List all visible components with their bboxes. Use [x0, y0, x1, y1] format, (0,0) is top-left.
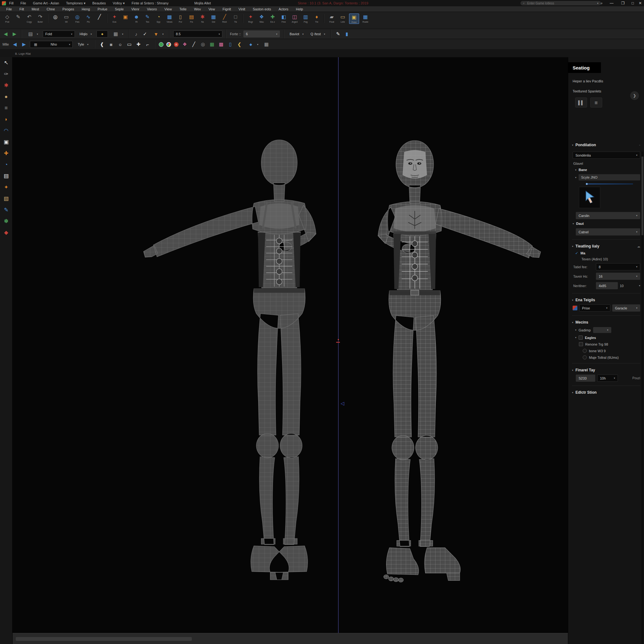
hammer-tool-icon[interactable]: ✚ — [4, 150, 8, 157]
roate-icon[interactable]: ▦Roate — [361, 14, 370, 23]
minimize-button[interactable]: — — [607, 0, 616, 6]
gadimp-row[interactable]: ▾Gadimp ▾ — [575, 327, 640, 333]
fold-dropdown[interactable]: Fold▾ — [43, 31, 75, 37]
radio-button[interactable] — [583, 355, 587, 359]
brush-tool-icon[interactable]: ◠ — [4, 128, 8, 134]
half-icon[interactable]: ◧Fine — [279, 14, 288, 23]
slider-handle[interactable] — [586, 183, 588, 185]
menu-view[interactable]: View — [161, 7, 176, 11]
list-dropdown[interactable]: ▦▾ — [110, 31, 125, 37]
menu-item[interactable]: Vlenr — [127, 7, 143, 11]
cloud-icon[interactable]: ☁ — [637, 245, 640, 248]
curve-icon[interactable]: ∿Pic — [84, 14, 93, 23]
panel-toggle-icon[interactable]: ▮ — [344, 31, 350, 37]
swatch-icon[interactable]: ■ — [108, 42, 114, 47]
torch-tool-icon[interactable]: ✦ — [4, 184, 8, 191]
check-icon[interactable]: ✓ — [142, 31, 148, 37]
bucket-dropdown[interactable]: ▼▾ — [151, 31, 166, 37]
forte-dropdown[interactable]: 6▾ — [243, 31, 280, 37]
panel-tab[interactable]: Seatiog — [568, 62, 601, 73]
tay-unit-dropdown[interactable]: 10h▾ — [597, 375, 618, 382]
zoom-icon[interactable]: ◎ — [200, 42, 206, 47]
qtest-dropdown[interactable]: Q /test▾ — [308, 31, 327, 37]
region-select-icon[interactable]: ▭Mt — [62, 14, 71, 23]
renone-checkbox-row[interactable]: Renone Trg 98 — [579, 342, 640, 346]
section-tay-header[interactable]: ▾ Finarel Tay — [572, 368, 640, 372]
hand-tool-icon[interactable]: ● — [4, 94, 8, 100]
back-arrow-icon[interactable]: ◀ — [3, 31, 9, 37]
pipe-tool-icon[interactable]: ◗ — [4, 116, 8, 123]
scrollbar-thumb[interactable] — [641, 157, 643, 235]
title-item[interactable]: Beauties — [92, 1, 106, 5]
hallo-dropdown[interactable]: Hlqlo▾ — [77, 31, 94, 37]
clock-icon[interactable]: ◔Spy — [154, 14, 163, 23]
tatiel-input[interactable]: 8▾ — [596, 263, 640, 270]
menu-item[interactable]: Filt — [16, 7, 28, 11]
gif-icon[interactable]: ▩ — [218, 42, 224, 47]
window-icon[interactable]: ◫Arged — [290, 14, 299, 23]
box-tool-icon[interactable]: ▣ — [3, 139, 8, 145]
layers-icon[interactable]: ▤Fis — [187, 14, 196, 23]
gem-icon[interactable]: ❖Mau — [257, 14, 266, 23]
redo-icon[interactable]: ↷Buter — [36, 14, 45, 23]
prise-dropdown[interactable]: Prise▾ — [579, 304, 610, 312]
square-icon[interactable]: □Tis — [231, 14, 240, 23]
menu-item[interactable]: Saston eots — [249, 7, 275, 11]
pen-tool-icon[interactable]: ✎ — [335, 31, 341, 37]
cursor-thumbnail[interactable] — [579, 187, 600, 208]
chevron-right-button[interactable]: ❯ — [630, 91, 639, 100]
section-shading-header[interactable]: ▾ Tieatling lialy ☁ — [572, 244, 640, 248]
catnel-dropdown[interactable]: Catnel▾ — [576, 228, 640, 236]
rase-icon-selected[interactable]: ▣Rase — [349, 14, 359, 24]
float-icon[interactable]: ▰Float — [327, 14, 336, 23]
pen-blue-icon[interactable]: ✎Tes — [143, 14, 152, 23]
mini-dropdown[interactable]: ◆ — [97, 31, 108, 37]
menu-item[interactable]: Vew — [205, 7, 219, 11]
checkbox[interactable] — [579, 336, 583, 340]
prev-icon[interactable]: ◀ — [12, 42, 18, 47]
diamond-dropdown[interactable]: ◆▾ — [245, 41, 260, 47]
search-input[interactable] — [527, 1, 595, 5]
crate-tool-icon[interactable]: ▧ — [3, 196, 8, 202]
whistle-tool-icon[interactable]: ◔ — [4, 162, 8, 168]
pen-tool-icon[interactable]: ✑ — [4, 71, 8, 77]
letter-icon[interactable]: ▭Lete — [338, 14, 347, 23]
menu-item[interactable]: Chne — [43, 7, 58, 11]
title-item-dropdown[interactable]: Templones ▾ — [66, 1, 86, 5]
flower-tool-icon[interactable]: ✽ — [4, 218, 8, 225]
menu-item[interactable]: Fignlt — [219, 7, 235, 11]
brackets-icon[interactable]: ❰ — [99, 42, 105, 47]
pin-icon[interactable]: ▫ — [639, 143, 640, 147]
section-targets-header[interactable]: ▾ Ena Teigils — [572, 298, 640, 302]
menu-item[interactable]: Heng — [78, 7, 94, 11]
scyle-slider[interactable] — [586, 184, 633, 184]
menu-item[interactable]: Prvlue — [94, 7, 111, 11]
menu-item[interactable]: Wev — [190, 7, 205, 11]
checkbox[interactable] — [579, 342, 583, 346]
wrench-tool-icon[interactable]: ✎ — [4, 207, 8, 213]
slash-tool-icon[interactable]: ╱ — [191, 42, 197, 47]
close-button[interactable]: ✕ — [636, 0, 644, 6]
section-extra-header[interactable]: ▾ Edlctr Stion — [572, 390, 640, 395]
title-item-dropdown[interactable]: Volloy ▾ — [113, 1, 125, 5]
menu-item[interactable]: Vieoro — [143, 7, 161, 11]
carslin-dropdown[interactable]: Carslin▾ — [576, 212, 640, 219]
cross-icon[interactable]: ✚Ee-z — [268, 14, 277, 23]
browser-icon[interactable] — [166, 42, 171, 47]
pen-icon[interactable]: ✎ — [14, 14, 23, 20]
section-mecins-header[interactable]: ▾ Mecins — [572, 320, 640, 325]
taveir-input[interactable]: 16▾ — [596, 273, 640, 280]
garacle-dropdown[interactable]: Garacle▾ — [612, 304, 640, 312]
eagles-checkbox-row[interactable]: ▾ Eagles — [575, 336, 640, 340]
viewport-scrollbar[interactable] — [13, 633, 568, 644]
radio-button[interactable] — [583, 349, 587, 353]
nho-dropdown[interactable]: ▦Nho▾ — [30, 41, 73, 48]
pipette-icon[interactable]: ✦Eos — [110, 14, 119, 23]
columns-view-button[interactable]: ▌▌ — [575, 97, 587, 108]
angle-icon[interactable]: ❮ — [236, 42, 242, 47]
sondenlia-dropdown[interactable]: Sondénlia▾ — [573, 152, 640, 159]
gem-tool-icon[interactable]: ◆ — [4, 230, 8, 236]
undo-icon[interactable]: ↶Cogy — [25, 14, 34, 23]
scatter-tool-icon[interactable]: ✱ — [4, 82, 8, 89]
title-item[interactable]: Game Art - Aslan — [33, 1, 59, 5]
